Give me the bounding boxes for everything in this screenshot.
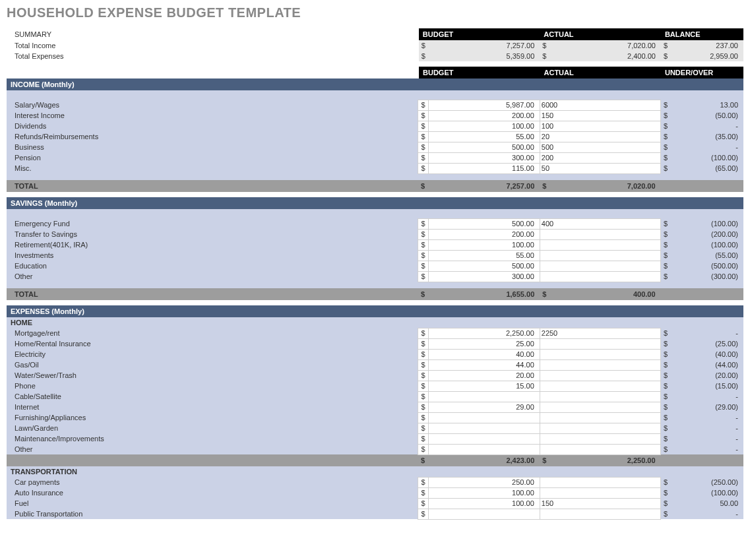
currency-symbol: $ [661,261,671,271]
actual-input[interactable] [540,487,660,498]
currency-symbol: $ [418,477,428,487]
underover-value: (500.00) [670,261,743,271]
line-label: Business [7,142,418,152]
line-item: Refunds/Reimbursements$55.0020$(35.00) [7,131,743,142]
currency-symbol: $ [661,349,671,359]
actual-input[interactable] [540,229,660,239]
line-label: Education [7,261,418,271]
underover-value: - [670,423,743,433]
summary-row: Total Expenses $5,359.00 $2,400.00 $2,95… [7,51,743,61]
line-label: Refunds/Reimbursements [7,131,418,142]
currency-symbol: $ [661,412,671,423]
currency-symbol: $ [418,163,428,173]
actual-input[interactable]: 20 [540,131,660,142]
currency-symbol: $ [661,477,671,487]
group-title: TRANSPORTATION [7,466,743,477]
currency-symbol: $ [418,444,428,454]
line-item: Other$300.00$(300.00) [7,271,743,282]
actual-input[interactable] [540,477,660,487]
currency-symbol: $ [418,328,428,338]
line-label: Interest Income [7,110,418,121]
subtotal-actual: 2,250.00 [549,454,660,466]
budget-value: 115.00 [428,163,540,173]
summary-label: Total Expenses [7,51,419,61]
budget-value: 300.00 [428,271,540,282]
underover-value: (55.00) [670,250,743,261]
currency-symbol: $ [418,100,428,110]
budget-value: 55.00 [428,131,540,142]
underover-value: (100.00) [670,239,743,250]
currency-symbol: $ [418,229,428,239]
underover-value: (29.00) [670,402,743,412]
line-item: Electricity$40.00$(40.00) [7,349,743,359]
actual-input[interactable] [540,239,660,250]
actual-input[interactable] [540,381,660,391]
currency-symbol: $ [661,370,671,381]
total-actual: 7,020.00 [549,180,660,192]
currency-symbol: $ [418,271,428,282]
budget-value: 25.00 [428,338,540,349]
currency-symbol: $ [418,338,428,349]
currency-symbol: $ [661,328,671,338]
line-item: Pension$300.00200$(100.00) [7,152,743,163]
line-item: Lawn/Garden$$- [7,423,743,433]
underover-value: (300.00) [670,271,743,282]
line-item: Misc.$115.0050$(65.00) [7,163,743,173]
budget-value: 100.00 [428,239,540,250]
line-item: Phone$15.00$(15.00) [7,381,743,391]
actual-input[interactable] [540,509,660,519]
line-item: Transfer to Savings$200.00$(200.00) [7,229,743,239]
line-label: Other [7,271,418,282]
currency-symbol: $ [418,433,428,444]
underover-value: (25.00) [670,338,743,349]
underover-value: (50.00) [670,110,743,121]
total-budget: 1,655.00 [428,288,540,300]
line-label: Retirement(401K, IRA) [7,239,418,250]
actual-input[interactable] [540,433,660,444]
line-item: Retirement(401K, IRA)$100.00$(100.00) [7,239,743,250]
line-item: Maintenance/Improvements$$- [7,433,743,444]
actual-input[interactable] [540,271,660,282]
currency-symbol: $ [661,152,671,163]
actual-input[interactable]: 150 [540,110,660,121]
currency-symbol: $ [661,163,671,173]
line-label: Other [7,444,418,454]
actual-input[interactable] [540,423,660,433]
actual-input[interactable] [540,412,660,423]
section-title: SAVINGS (Monthly) [7,197,743,209]
line-label: Lawn/Garden [7,423,418,433]
currency-symbol: $ [661,229,671,239]
actual-input[interactable]: 50 [540,163,660,173]
actual-input[interactable] [540,391,660,402]
currency-symbol: $ [661,359,671,370]
actual-input[interactable]: 200 [540,152,660,163]
actual-input[interactable]: 400 [540,218,660,229]
currency-symbol: $ [418,110,428,121]
line-item: Dividends$100.00100$- [7,121,743,131]
actual-input[interactable] [540,444,660,454]
actual-input[interactable] [540,402,660,412]
line-label: Water/Sewer/Trash [7,370,418,381]
actual-input[interactable] [540,250,660,261]
actual-input[interactable] [540,261,660,271]
line-item: Auto Insurance$100.00$(100.00) [7,487,743,498]
budget-value: 40.00 [428,349,540,359]
actual-input[interactable]: 100 [540,121,660,131]
total-label: TOTAL [7,288,418,300]
actual-input[interactable]: 500 [540,142,660,152]
line-item: Public Transportation$$- [7,509,743,519]
summary-budget: 5,359.00 [428,51,540,61]
actual-input[interactable]: 2250 [540,328,660,338]
actual-input[interactable] [540,359,660,370]
currency-symbol: $ [418,509,428,519]
actual-input[interactable]: 150 [540,498,660,509]
actual-input[interactable] [540,370,660,381]
actual-input[interactable] [540,349,660,359]
budget-value: 29.00 [428,402,540,412]
actual-input[interactable] [540,338,660,349]
currency-symbol: $ [661,218,671,229]
currency-symbol: $ [661,423,671,433]
budget-value: 5,987.00 [428,100,540,110]
actual-input[interactable]: 6000 [540,100,660,110]
currency-symbol: $ [418,261,428,271]
